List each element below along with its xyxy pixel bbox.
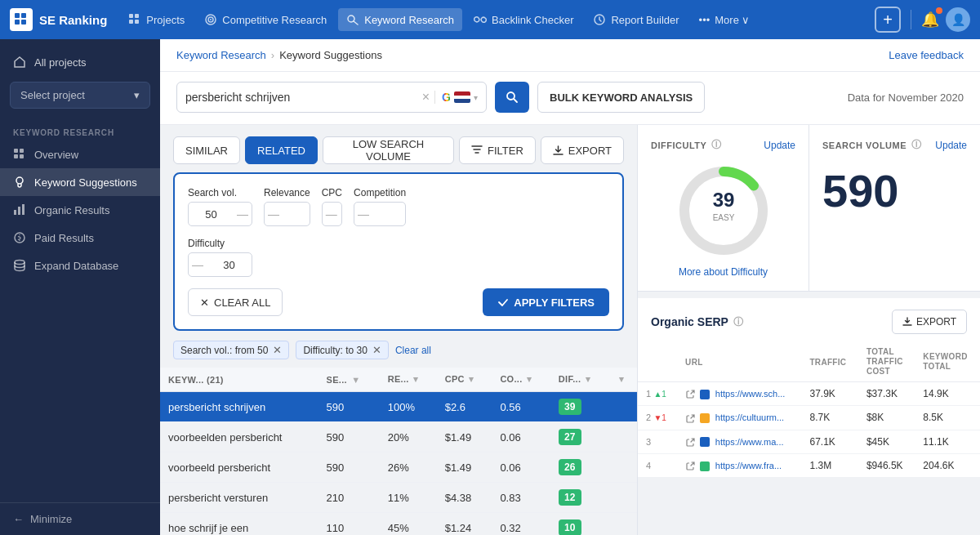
nav-competitive-research[interactable]: Competitive Research	[196, 8, 335, 31]
nav-projects[interactable]: Projects	[120, 8, 193, 31]
sort-icon-difficulty[interactable]: ▾	[586, 374, 590, 384]
serp-traffic-cell: 67.1K	[801, 430, 858, 453]
difficulty-update-link[interactable]: Update	[764, 140, 795, 151]
sidebar-minimize[interactable]: ← Minimize	[0, 502, 160, 535]
sidebar-all-projects[interactable]: All projects	[0, 49, 160, 75]
filter-search-vol-dash: —	[234, 207, 252, 221]
serp-rank-cell: 1 ▲1	[638, 382, 677, 406]
serp-total-cost-cell: $946.5K	[858, 453, 915, 477]
table-row[interactable]: voorbeeld persbericht 590 26% $1.49 0.06…	[160, 453, 637, 483]
filter-competition: Competition —	[354, 187, 406, 226]
competition-cell: 0.06	[492, 453, 550, 483]
svg-rect-16	[20, 154, 24, 158]
search-clear-button[interactable]: ×	[422, 90, 430, 105]
leave-feedback-link[interactable]: Leave feedback	[889, 49, 964, 61]
export-button[interactable]: EXPORT	[541, 136, 624, 164]
bulk-keyword-analysis-button[interactable]: BULK KEYWORD ANALYSIS	[537, 82, 705, 113]
overview-icon	[13, 148, 26, 161]
relevance-cell: 26%	[380, 453, 437, 483]
sort-icon-competition[interactable]: ▾	[527, 374, 532, 384]
sidebar-item-overview[interactable]: Overview	[0, 140, 160, 168]
nav-backlink-checker[interactable]: Backlink Checker	[466, 8, 581, 31]
table-row[interactable]: hoe schrijf je een 110 45% $1.24 0.32 10	[160, 513, 637, 536]
sidebar-item-keyword-suggestions[interactable]: Keyword Suggestions	[0, 168, 160, 196]
serp-url-link[interactable]: https://www.ma...	[715, 437, 784, 447]
clear-all-filters-link[interactable]: Clear all	[395, 345, 431, 356]
svg-text:EASY: EASY	[712, 213, 734, 222]
breadcrumb-parent[interactable]: Keyword Research	[176, 49, 266, 61]
remove-search-vol-filter[interactable]: ✕	[273, 344, 282, 356]
serp-export-label: EXPORT	[916, 316, 956, 328]
difficulty-cell: 39	[550, 392, 609, 422]
filter-row-2: Difficulty —	[188, 238, 609, 277]
difficulty-donut-wrap: 39 EASY More about Difficulty	[651, 162, 795, 278]
clear-all-button[interactable]: ✕ CLEAR ALL	[188, 288, 283, 316]
filter-difficulty-to[interactable]	[207, 259, 252, 271]
app-logo[interactable]: SE Ranking	[10, 8, 107, 31]
svg-rect-4	[129, 14, 133, 18]
sidebar-item-paid-results[interactable]: Paid Results	[0, 224, 160, 252]
sidebar-item-expand-database[interactable]: Expand Database	[0, 252, 160, 279]
breadcrumb: Keyword Research › Keyword Suggestions	[176, 49, 382, 61]
nav-report-builder[interactable]: Report Builder	[585, 8, 687, 31]
clear-all-label: CLEAR ALL	[214, 296, 270, 309]
relevance-cell: 11%	[380, 483, 437, 513]
row-actions-cell	[609, 453, 637, 483]
search-button[interactable]	[495, 82, 529, 113]
sort-icon-search-vol[interactable]: ▼	[351, 375, 360, 385]
serp-url-cell[interactable]: https://cultuurm...	[677, 406, 801, 430]
row-actions-cell	[609, 422, 637, 453]
apply-filters-button[interactable]: APPLY FILTERS	[483, 288, 609, 316]
data-for-label: Data for November 2020	[848, 91, 964, 104]
table-row[interactable]: persbericht schrijven 590 100% $2.6 0.56…	[160, 392, 637, 422]
organic-serp-section: Organic SERP ⓘ EXPORT	[638, 298, 980, 478]
more-about-difficulty-link[interactable]: More about Difficulty	[679, 266, 768, 278]
serp-table-body: 1 ▲1 https://www.sch... 37.9K $37.3K 14.…	[638, 382, 980, 478]
row-actions-cell	[609, 483, 637, 513]
sort-icon-cpc[interactable]: ▾	[469, 374, 474, 384]
table-row[interactable]: persbericht versturen 210 11% $4.38 0.83…	[160, 483, 637, 513]
svg-rect-7	[135, 20, 139, 24]
table-row[interactable]: voorbeelden persbericht 590 20% $1.49 0.…	[160, 422, 637, 453]
filter-search-vol-from[interactable]	[189, 208, 234, 221]
tab-similar[interactable]: SIMILAR	[173, 136, 240, 164]
serp-url-link[interactable]: https://www.fra...	[715, 461, 782, 470]
cpc-cell: $4.38	[437, 483, 492, 513]
search-volume-info-icon: ⓘ	[911, 138, 922, 152]
search-input[interactable]	[185, 91, 422, 104]
serp-url-cell[interactable]: https://www.fra...	[677, 453, 801, 477]
remove-difficulty-filter[interactable]: ✕	[372, 344, 381, 356]
sidebar-item-organic-results[interactable]: Organic Results	[0, 196, 160, 224]
cpc-cell: $1.24	[437, 513, 492, 536]
serp-url-cell[interactable]: https://www.sch...	[677, 382, 801, 406]
relevance-cell: 20%	[380, 422, 437, 453]
user-avatar[interactable]: 👤	[946, 7, 970, 32]
row-actions-cell	[609, 513, 637, 536]
tab-low-search-volume[interactable]: LOW SEARCH VOLUME	[323, 136, 454, 164]
th-actions-icon[interactable]: ▾	[619, 374, 624, 384]
keyword-cell: persbericht versturen	[160, 483, 318, 513]
tab-related[interactable]: RELATED	[245, 136, 318, 164]
notifications-bell[interactable]: 🔔	[921, 11, 939, 29]
serp-export-button[interactable]: EXPORT	[892, 310, 967, 334]
search-volume-update-link[interactable]: Update	[935, 140, 967, 151]
add-button[interactable]: +	[875, 7, 901, 33]
serp-url-cell[interactable]: https://www.ma...	[677, 430, 801, 453]
filter-button[interactable]: FILTER	[459, 136, 536, 164]
filter-cpc-label: CPC	[322, 187, 342, 198]
active-filter-search-vol: Search vol.: from 50 ✕	[173, 341, 289, 359]
nav-actions: + 🔔 👤	[875, 7, 970, 33]
serp-keyword-total-cell: 14.9K	[915, 382, 980, 406]
sidebar-select-project[interactable]: Select project ▾	[10, 82, 150, 109]
nav-keyword-research[interactable]: Keyword Research	[338, 8, 462, 31]
flag-chevron-icon[interactable]: ▾	[474, 93, 478, 102]
serp-url-link[interactable]: https://www.sch...	[715, 389, 786, 399]
serp-url-link[interactable]: https://cultuurm...	[715, 412, 784, 422]
sort-icon-relevance[interactable]: ▾	[413, 374, 418, 384]
nav-more[interactable]: ••• More ∨	[691, 9, 759, 31]
clock-icon	[593, 13, 606, 26]
rank-change: ▲1	[653, 390, 666, 399]
th-relevance: RE... ▾	[380, 368, 437, 392]
filter-relevance-input-group: —	[264, 202, 310, 226]
competition-cell: 0.56	[492, 392, 550, 422]
